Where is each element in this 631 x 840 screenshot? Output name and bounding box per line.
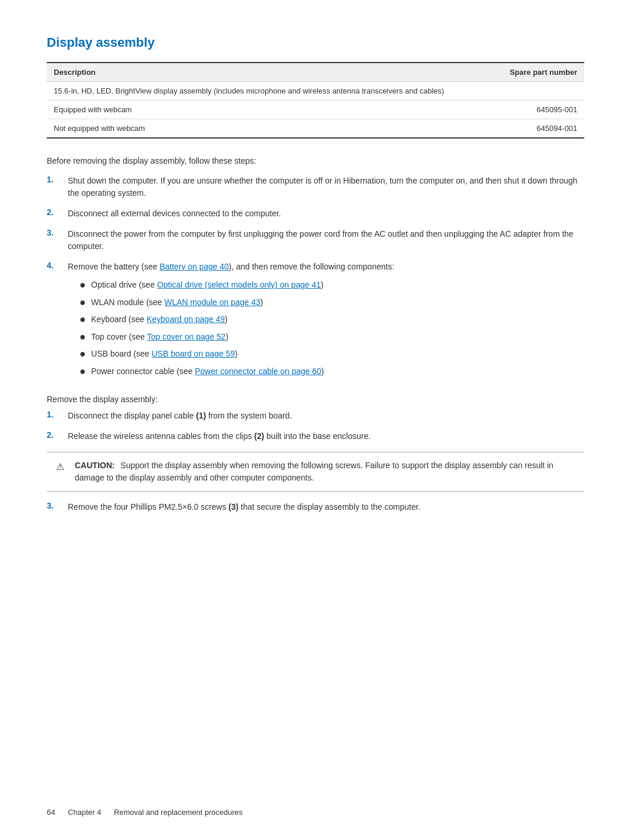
bullet-text: Top cover (see Top cover on page 52): [91, 331, 228, 343]
list-item: 3.Disconnect the power from the computer…: [47, 228, 584, 253]
bullet-item: ●Top cover (see Top cover on page 52): [79, 331, 584, 344]
bullet-text: WLAN module (see WLAN module on page 43): [91, 296, 263, 309]
bullet-text: Power connector cable (see Power connect…: [91, 365, 324, 378]
list-item: 4.Remove the battery (see Battery on pag…: [47, 261, 584, 383]
list-content: Disconnect the display panel cable (1) f…: [68, 410, 584, 422]
caution-box: ⚠CAUTION: Support the display assembly w…: [47, 452, 584, 492]
table-row: Equipped with webcam645095-001: [47, 101, 584, 119]
caution-label: CAUTION:: [75, 461, 115, 470]
bullet-dot-icon: ●: [79, 279, 91, 292]
table-row: 15.6-in, HD, LED, BrightView display ass…: [47, 82, 584, 101]
parts-table: Description Spare part number 15.6-in, H…: [47, 62, 584, 139]
list-item: 1.Disconnect the display panel cable (1)…: [47, 410, 584, 422]
bullet-link[interactable]: Power connector cable on page 60: [195, 367, 321, 376]
steps-remove-list: 1.Disconnect the display panel cable (1)…: [47, 410, 584, 513]
footer-page-number: 64: [47, 808, 55, 817]
list-item: 2.Release the wireless antenna cables fr…: [47, 430, 584, 443]
page-title: Display assembly: [47, 35, 584, 50]
bullet-text: Keyboard (see Keyboard on page 49): [91, 313, 228, 326]
footer: 64 Chapter 4 Removal and replacement pro…: [47, 808, 242, 817]
list-number: 2.: [47, 430, 68, 440]
bullet-link[interactable]: WLAN module on page 43: [164, 298, 260, 307]
list-content: Remove the four Phillips PM2.5×6.0 screw…: [68, 501, 584, 513]
bullet-text: USB board (see USB board on page 59): [91, 348, 238, 360]
bullet-text: Optical drive (see Optical drive (select…: [91, 279, 324, 291]
bullet-dot-icon: ●: [79, 313, 91, 326]
footer-chapter: Chapter 4: [68, 808, 101, 817]
table-row: Not equipped with webcam645094-001: [47, 119, 584, 139]
list-content: Disconnect the power from the computer b…: [68, 228, 584, 253]
bullet-dot-icon: ●: [79, 348, 91, 361]
list-number: 1.: [47, 410, 68, 419]
table-header-spare-part: Spare part number: [494, 63, 584, 82]
steps-before-list: 1.Shut down the computer. If you are uns…: [47, 175, 584, 383]
list-content: Release the wireless antenna cables from…: [68, 430, 584, 443]
bullet-item: ●USB board (see USB board on page 59): [79, 348, 584, 361]
bullet-list: ●Optical drive (see Optical drive (selec…: [79, 279, 584, 378]
remove-section-label: Remove the display assembly:: [47, 395, 584, 404]
bullet-link[interactable]: Optical drive (select models only) on pa…: [157, 280, 321, 289]
table-cell-part-number: 645094-001: [494, 119, 584, 139]
list-content: Disconnect all external devices connecte…: [68, 208, 584, 220]
list-content: Remove the battery (see Battery on page …: [68, 261, 584, 383]
table-cell-description: 15.6-in, HD, LED, BrightView display ass…: [47, 82, 494, 101]
bullet-dot-icon: ●: [79, 296, 91, 309]
bullet-link[interactable]: USB board on page 59: [152, 349, 235, 358]
list-number: 1.: [47, 175, 68, 184]
bullet-item: ●Power connector cable (see Power connec…: [79, 365, 584, 378]
list-item: 3.Remove the four Phillips PM2.5×6.0 scr…: [47, 501, 584, 513]
table-header-description: Description: [47, 63, 494, 82]
intro-text: Before removing the display assembly, fo…: [47, 156, 584, 165]
list-number: 4.: [47, 261, 68, 270]
bullet-link[interactable]: Keyboard on page 49: [147, 314, 225, 324]
caution-icon: ⚠: [56, 459, 70, 474]
bullet-link[interactable]: Top cover on page 52: [147, 332, 226, 341]
list-number: 3.: [47, 501, 68, 510]
caution-text: CAUTION: Support the display assembly wh…: [75, 459, 575, 484]
table-cell-description: Equipped with webcam: [47, 101, 494, 119]
table-cell-part-number: [494, 82, 584, 101]
list-content: Shut down the computer. If you are unsur…: [68, 175, 584, 199]
bullet-dot-icon: ●: [79, 331, 91, 344]
footer-chapter-title: Removal and replacement procedures: [114, 808, 242, 817]
bullet-item: ●Keyboard (see Keyboard on page 49): [79, 313, 584, 326]
table-cell-description: Not equipped with webcam: [47, 119, 494, 139]
battery-link[interactable]: Battery on page 40: [160, 262, 228, 271]
list-number: 3.: [47, 228, 68, 237]
bullet-item: ●WLAN module (see WLAN module on page 43…: [79, 296, 584, 309]
list-item: 2.Disconnect all external devices connec…: [47, 208, 584, 220]
list-number: 2.: [47, 208, 68, 217]
table-cell-part-number: 645095-001: [494, 101, 584, 119]
list-item: 1.Shut down the computer. If you are uns…: [47, 175, 584, 199]
bullet-item: ●Optical drive (see Optical drive (selec…: [79, 279, 584, 292]
bullet-dot-icon: ●: [79, 365, 91, 378]
